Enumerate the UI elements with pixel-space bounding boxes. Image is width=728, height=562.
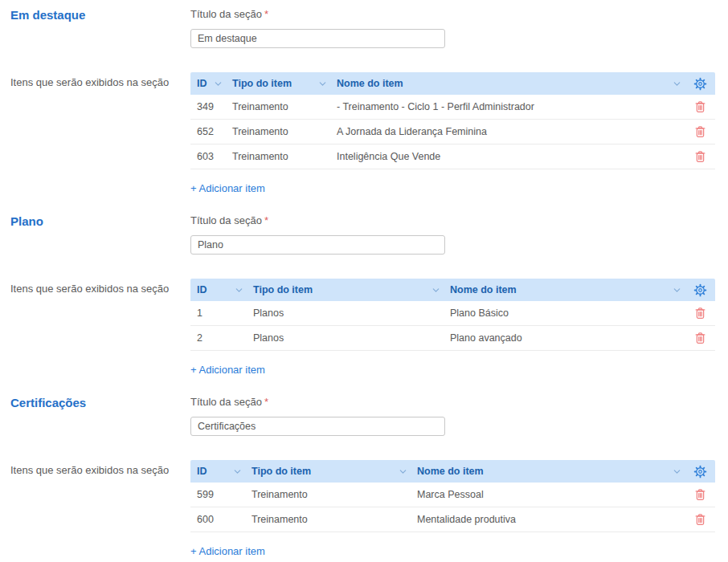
cell-tipo: Planos bbox=[247, 307, 444, 319]
table-header: ID Tipo do item Nome do item bbox=[190, 279, 715, 301]
gear-icon[interactable] bbox=[693, 283, 707, 297]
table-row: 1 Planos Plano Básico bbox=[190, 301, 715, 326]
add-item-link[interactable]: + Adicionar item bbox=[190, 545, 265, 557]
items-table-wrap: ID Tipo do item Nome do item bbox=[190, 72, 715, 195]
table-row: 349 Treinamento - Treinamento - Ciclo 1 … bbox=[190, 95, 715, 120]
field-label-text: Título da seção bbox=[190, 396, 262, 408]
field-label: Título da seção* bbox=[190, 8, 445, 21]
cell-id: 599 bbox=[190, 489, 245, 500]
gear-icon[interactable] bbox=[693, 465, 707, 479]
chevron-down-icon[interactable] bbox=[673, 79, 681, 88]
table-row: 652 Treinamento A Jornada da Liderança F… bbox=[190, 120, 715, 145]
items-table: ID Tipo do item Nome do item bbox=[190, 279, 715, 351]
items-label: Itens que serão exibidos na seção bbox=[10, 279, 190, 295]
column-label-id: ID bbox=[197, 466, 207, 477]
cell-nome: Plano Básico bbox=[444, 307, 685, 319]
header-cell-nome[interactable]: Nome do item bbox=[444, 279, 685, 301]
cell-id: 349 bbox=[190, 101, 226, 112]
cell-actions bbox=[685, 483, 715, 507]
cell-tipo: Treinamento bbox=[226, 151, 330, 162]
trash-icon[interactable] bbox=[694, 513, 706, 526]
header-cell-id[interactable]: ID bbox=[190, 460, 245, 483]
column-label-tipo: Tipo do item bbox=[232, 78, 292, 89]
cell-nome: Inteligência Que Vende bbox=[330, 151, 685, 162]
table-row: 600 Treinamento Mentalidade produtiva bbox=[190, 507, 715, 532]
trash-icon[interactable] bbox=[694, 488, 706, 501]
chevron-down-icon[interactable] bbox=[673, 467, 681, 476]
chevron-down-icon[interactable] bbox=[235, 286, 243, 295]
cell-tipo: Planos bbox=[247, 332, 444, 344]
section-left-column: Em destaque bbox=[10, 8, 190, 22]
section-title-input[interactable] bbox=[190, 417, 445, 436]
column-label-tipo: Tipo do item bbox=[253, 284, 313, 295]
cell-nome: Marca Pessoal bbox=[411, 489, 685, 500]
section-heading: Plano bbox=[10, 214, 190, 229]
gear-icon[interactable] bbox=[693, 77, 707, 91]
header-cell-tipo[interactable]: Tipo do item bbox=[226, 72, 330, 95]
header-cell-nome[interactable]: Nome do item bbox=[330, 72, 685, 95]
table-body: 349 Treinamento - Treinamento - Ciclo 1 … bbox=[190, 95, 715, 169]
section-title-row: Plano Título da seção* bbox=[10, 214, 715, 255]
cell-tipo: Treinamento bbox=[226, 126, 330, 137]
cell-id: 1 bbox=[190, 307, 247, 319]
section-title-row: Certificações Título da seção* bbox=[10, 396, 715, 436]
chevron-down-icon[interactable] bbox=[214, 79, 223, 88]
section: Certificações Título da seção* Itens que… bbox=[10, 396, 715, 558]
cell-tipo: Treinamento bbox=[226, 101, 330, 112]
chevron-down-icon[interactable] bbox=[233, 467, 242, 476]
items-left-column: Itens que serão exibidos na seção bbox=[10, 460, 190, 477]
header-cell-id[interactable]: ID bbox=[190, 72, 226, 95]
field-label: Título da seção* bbox=[190, 396, 445, 409]
section-heading: Certificações bbox=[10, 396, 190, 410]
table-body: 1 Planos Plano Básico 2 Planos Plano ava… bbox=[190, 301, 715, 351]
sections-form: Em destaque Título da seção* Itens que s… bbox=[0, 0, 728, 558]
cell-id: 2 bbox=[190, 332, 247, 344]
section-title-field: Título da seção* bbox=[190, 214, 445, 255]
cell-id: 652 bbox=[190, 126, 226, 137]
chevron-down-icon[interactable] bbox=[673, 286, 681, 295]
table-header: ID Tipo do item Nome do item bbox=[190, 72, 715, 95]
items-label: Itens que serão exibidos na seção bbox=[10, 460, 190, 477]
field-label-text: Título da seção bbox=[190, 214, 262, 226]
table-row: 599 Treinamento Marca Pessoal bbox=[190, 483, 715, 507]
section-title-row: Em destaque Título da seção* bbox=[10, 8, 715, 48]
column-label-nome: Nome do item bbox=[417, 466, 484, 477]
cell-nome: Mentalidade produtiva bbox=[411, 514, 685, 525]
add-item-link[interactable]: + Adicionar item bbox=[190, 182, 265, 194]
section-items-row: Itens que serão exibidos na seção ID Tip… bbox=[10, 460, 715, 558]
trash-icon[interactable] bbox=[694, 150, 706, 163]
add-item-link[interactable]: + Adicionar item bbox=[190, 364, 265, 376]
header-cell-nome[interactable]: Nome do item bbox=[411, 460, 685, 483]
section-title-input[interactable] bbox=[190, 29, 445, 48]
required-asterisk: * bbox=[264, 8, 268, 20]
header-cell-tipo[interactable]: Tipo do item bbox=[247, 279, 444, 301]
section-title-field: Título da seção* bbox=[190, 396, 445, 436]
column-label-id: ID bbox=[197, 78, 207, 89]
section-title-input[interactable] bbox=[190, 235, 445, 255]
cell-actions bbox=[685, 326, 715, 350]
cell-nome: - Treinamento - Ciclo 1 - Perfil Adminis… bbox=[330, 101, 685, 112]
cell-tipo: Treinamento bbox=[245, 514, 411, 525]
required-asterisk: * bbox=[264, 214, 268, 226]
header-cell-settings bbox=[685, 279, 715, 301]
header-cell-tipo[interactable]: Tipo do item bbox=[245, 460, 411, 483]
trash-icon[interactable] bbox=[694, 332, 706, 344]
table-header: ID Tipo do item Nome do item bbox=[190, 460, 715, 483]
trash-icon[interactable] bbox=[694, 125, 706, 138]
items-left-column: Itens que serão exibidos na seção bbox=[10, 72, 190, 89]
header-cell-id[interactable]: ID bbox=[190, 279, 247, 301]
chevron-down-icon[interactable] bbox=[431, 286, 440, 295]
required-asterisk: * bbox=[264, 396, 268, 408]
cell-actions bbox=[685, 507, 715, 531]
column-label-id: ID bbox=[197, 284, 207, 295]
cell-actions bbox=[685, 145, 715, 169]
section-items-row: Itens que serão exibidos na seção ID Tip… bbox=[10, 72, 715, 195]
trash-icon[interactable] bbox=[694, 100, 706, 113]
chevron-down-icon[interactable] bbox=[399, 467, 407, 476]
cell-actions bbox=[685, 120, 715, 144]
field-label-text: Título da seção bbox=[190, 8, 262, 20]
trash-icon[interactable] bbox=[694, 307, 706, 320]
section-left-column: Certificações bbox=[10, 396, 190, 410]
chevron-down-icon[interactable] bbox=[318, 79, 327, 88]
items-table-wrap: ID Tipo do item Nome do item bbox=[190, 460, 715, 558]
